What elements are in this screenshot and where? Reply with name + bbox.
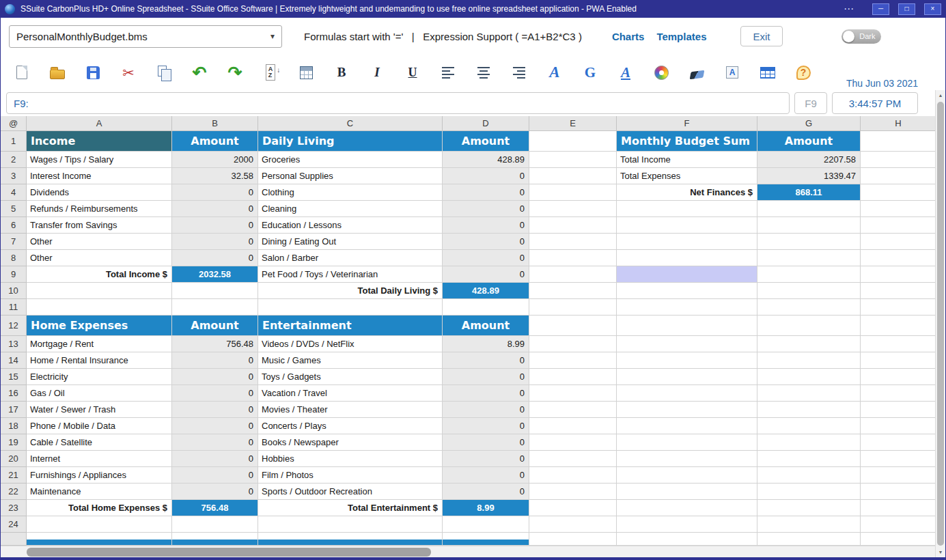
font-google-icon[interactable]: G [580, 61, 600, 84]
cell-E15[interactable] [529, 369, 617, 385]
cell-C6[interactable]: Education / Lessons [258, 217, 443, 234]
cell-H18[interactable] [861, 418, 936, 434]
column-header-B[interactable]: B [172, 116, 258, 131]
cell-E16[interactable] [529, 385, 617, 402]
redo-icon[interactable]: ↷ [225, 61, 245, 84]
cell-H2[interactable] [861, 152, 936, 168]
cell-B18[interactable]: 0 [172, 418, 258, 434]
cell-D11[interactable] [443, 299, 529, 316]
cell-B15[interactable]: 0 [172, 369, 258, 385]
row-header-10[interactable]: 10 [1, 283, 27, 299]
italic-icon[interactable]: I [367, 61, 387, 84]
cell-A2[interactable]: Wages / Tips / Salary [27, 152, 172, 168]
cell-G10[interactable] [757, 283, 861, 299]
row-header-5[interactable]: 5 [1, 201, 27, 217]
cell-E20[interactable] [529, 451, 617, 467]
cell-F8[interactable] [617, 250, 757, 266]
cell-H10[interactable] [861, 283, 936, 299]
cell-E5[interactable] [529, 201, 617, 217]
cell-E14[interactable] [529, 352, 617, 369]
cell-E13[interactable] [529, 336, 617, 352]
cell-A11[interactable] [27, 299, 172, 316]
cell-D22[interactable]: 0 [443, 484, 529, 500]
cell-E8[interactable] [529, 250, 617, 266]
align-center-icon[interactable] [473, 61, 494, 84]
scroll-up-icon[interactable]: ▲ [936, 90, 945, 100]
cell-F18[interactable] [617, 418, 757, 434]
cell-B19[interactable]: 0 [172, 434, 258, 451]
row-header-2[interactable]: 2 [1, 152, 27, 168]
cell-F22[interactable] [617, 484, 757, 500]
cell-A24[interactable] [27, 516, 172, 533]
cell-F21[interactable] [617, 467, 757, 484]
cell-H12[interactable] [861, 316, 936, 336]
bold-icon[interactable]: B [331, 61, 352, 84]
cell-F17[interactable] [617, 402, 757, 418]
row-header-7[interactable]: 7 [1, 234, 27, 250]
cell-G19[interactable] [757, 434, 861, 451]
cell-G16[interactable] [757, 385, 861, 402]
cell-D6[interactable]: 0 [443, 217, 529, 234]
cell-D24[interactable] [443, 516, 529, 533]
cell-H21[interactable] [861, 467, 936, 484]
cell-D23[interactable]: 8.99 [443, 500, 529, 516]
sort-az-icon[interactable]: A Z [260, 61, 281, 84]
cell-H1[interactable] [861, 131, 936, 152]
save-icon[interactable] [83, 61, 103, 84]
cell-C14[interactable]: Music / Games [258, 352, 443, 369]
cell-D8[interactable]: 0 [443, 250, 529, 266]
cell-F20[interactable] [617, 451, 757, 467]
cell-G15[interactable] [757, 369, 861, 385]
vertical-scrollbar[interactable]: ▲ ▼ [935, 90, 945, 557]
cell-G17[interactable] [757, 402, 861, 418]
cell-B16[interactable]: 0 [172, 385, 258, 402]
cell-G14[interactable] [757, 352, 861, 369]
cell-A16[interactable]: Gas / Oil [27, 385, 172, 402]
cell-D18[interactable]: 0 [443, 418, 529, 434]
cell-G12[interactable] [757, 316, 861, 336]
formula-input[interactable]: F9: [6, 92, 790, 114]
cell-C3[interactable]: Personal Supplies [258, 168, 443, 184]
cell-C21[interactable]: Film / Photos [258, 467, 443, 484]
cell-E4[interactable] [529, 184, 617, 201]
cell-H16[interactable] [861, 385, 936, 402]
column-header-A[interactable]: A [27, 116, 172, 131]
cell-A15[interactable]: Electricity [27, 369, 172, 385]
cell-B8[interactable]: 0 [172, 250, 258, 266]
cell-C18[interactable]: Concerts / Plays [258, 418, 443, 434]
cell-B9[interactable]: 2032.58 [172, 266, 258, 283]
font-color-icon[interactable]: A [544, 61, 565, 84]
cell-D1[interactable]: Amount [443, 131, 529, 152]
menu-dots-button[interactable]: ⋯ [834, 3, 863, 15]
cell-G4[interactable]: 868.11 [757, 184, 861, 201]
cell-B11[interactable] [172, 299, 258, 316]
cell-G3[interactable]: 1339.47 [757, 168, 861, 184]
cell-H20[interactable] [861, 451, 936, 467]
cell-B7[interactable]: 0 [172, 234, 258, 250]
column-header-D[interactable]: D [443, 116, 529, 131]
cell-H23[interactable] [861, 500, 936, 516]
cell-B4[interactable]: 0 [172, 184, 258, 201]
cell-A13[interactable]: Mortgage / Rent [27, 336, 172, 352]
cell-D14[interactable]: 0 [443, 352, 529, 369]
cell-A5[interactable]: Refunds / Reimbursements [27, 201, 172, 217]
row-header-20[interactable]: 20 [1, 451, 27, 467]
cell-E7[interactable] [529, 234, 617, 250]
cell-E9[interactable] [529, 266, 617, 283]
cell-C2[interactable]: Groceries [258, 152, 443, 168]
cell-D10[interactable]: 428.89 [443, 283, 529, 299]
cell-F11[interactable] [617, 299, 757, 316]
cell-H9[interactable] [861, 266, 936, 283]
cell-C24[interactable] [258, 516, 443, 533]
cell-C1[interactable]: Daily Living [258, 131, 443, 152]
row-header-8[interactable]: 8 [1, 250, 27, 266]
cell-A12[interactable]: Home Expenses [27, 316, 172, 336]
cell-B[interactable] [172, 533, 258, 546]
cell-C7[interactable]: Dining / Eating Out [258, 234, 443, 250]
cell-A17[interactable]: Water / Sewer / Trash [27, 402, 172, 418]
cell-D13[interactable]: 8.99 [443, 336, 529, 352]
cell-H17[interactable] [861, 402, 936, 418]
cell-B10[interactable] [172, 283, 258, 299]
column-header-F[interactable]: F [617, 116, 757, 131]
align-left-icon[interactable] [438, 61, 458, 84]
